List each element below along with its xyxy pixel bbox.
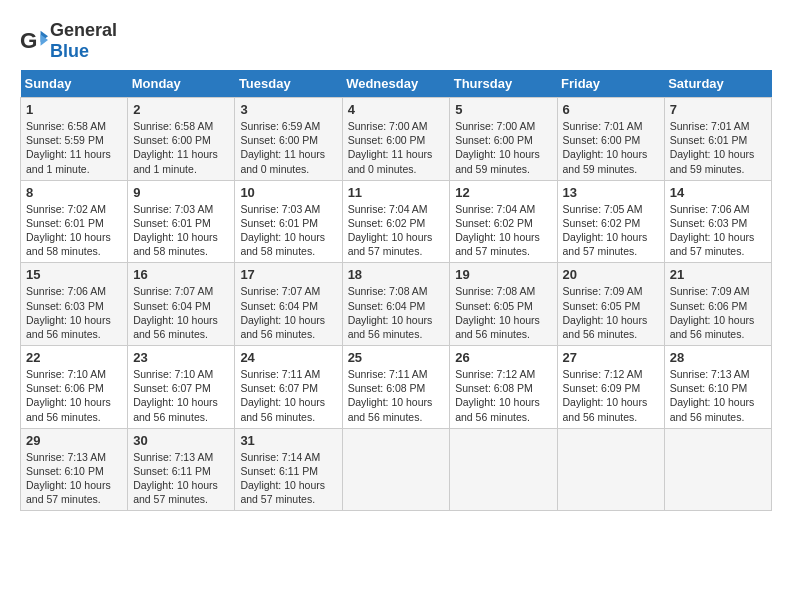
day-number: 10 bbox=[240, 185, 336, 200]
day-info: Sunrise: 7:12 AM Sunset: 6:08 PM Dayligh… bbox=[455, 367, 551, 424]
day-cell bbox=[342, 428, 450, 511]
day-number: 11 bbox=[348, 185, 445, 200]
day-cell: 4Sunrise: 7:00 AM Sunset: 6:00 PM Daylig… bbox=[342, 98, 450, 181]
day-number: 6 bbox=[563, 102, 659, 117]
page-header: G General Blue bbox=[20, 20, 772, 62]
day-number: 4 bbox=[348, 102, 445, 117]
week-row-2: 8Sunrise: 7:02 AM Sunset: 6:01 PM Daylig… bbox=[21, 180, 772, 263]
logo-general: General bbox=[50, 20, 117, 40]
day-number: 5 bbox=[455, 102, 551, 117]
day-cell: 27Sunrise: 7:12 AM Sunset: 6:09 PM Dayli… bbox=[557, 346, 664, 429]
day-number: 15 bbox=[26, 267, 122, 282]
svg-text:G: G bbox=[20, 28, 37, 53]
day-cell: 16Sunrise: 7:07 AM Sunset: 6:04 PM Dayli… bbox=[128, 263, 235, 346]
day-cell: 15Sunrise: 7:06 AM Sunset: 6:03 PM Dayli… bbox=[21, 263, 128, 346]
day-info: Sunrise: 7:00 AM Sunset: 6:00 PM Dayligh… bbox=[455, 119, 551, 176]
day-info: Sunrise: 7:07 AM Sunset: 6:04 PM Dayligh… bbox=[240, 284, 336, 341]
day-info: Sunrise: 7:09 AM Sunset: 6:06 PM Dayligh… bbox=[670, 284, 766, 341]
day-cell: 14Sunrise: 7:06 AM Sunset: 6:03 PM Dayli… bbox=[664, 180, 771, 263]
day-number: 18 bbox=[348, 267, 445, 282]
day-number: 30 bbox=[133, 433, 229, 448]
day-info: Sunrise: 7:00 AM Sunset: 6:00 PM Dayligh… bbox=[348, 119, 445, 176]
day-cell: 17Sunrise: 7:07 AM Sunset: 6:04 PM Dayli… bbox=[235, 263, 342, 346]
day-cell: 22Sunrise: 7:10 AM Sunset: 6:06 PM Dayli… bbox=[21, 346, 128, 429]
header-cell-sunday: Sunday bbox=[21, 70, 128, 98]
day-info: Sunrise: 7:13 AM Sunset: 6:10 PM Dayligh… bbox=[670, 367, 766, 424]
day-cell: 18Sunrise: 7:08 AM Sunset: 6:04 PM Dayli… bbox=[342, 263, 450, 346]
day-number: 21 bbox=[670, 267, 766, 282]
day-info: Sunrise: 7:08 AM Sunset: 6:04 PM Dayligh… bbox=[348, 284, 445, 341]
day-info: Sunrise: 7:06 AM Sunset: 6:03 PM Dayligh… bbox=[26, 284, 122, 341]
week-row-3: 15Sunrise: 7:06 AM Sunset: 6:03 PM Dayli… bbox=[21, 263, 772, 346]
day-info: Sunrise: 6:59 AM Sunset: 6:00 PM Dayligh… bbox=[240, 119, 336, 176]
header-cell-saturday: Saturday bbox=[664, 70, 771, 98]
day-cell: 25Sunrise: 7:11 AM Sunset: 6:08 PM Dayli… bbox=[342, 346, 450, 429]
day-cell: 29Sunrise: 7:13 AM Sunset: 6:10 PM Dayli… bbox=[21, 428, 128, 511]
day-number: 1 bbox=[26, 102, 122, 117]
day-info: Sunrise: 7:01 AM Sunset: 6:00 PM Dayligh… bbox=[563, 119, 659, 176]
day-number: 26 bbox=[455, 350, 551, 365]
day-cell: 21Sunrise: 7:09 AM Sunset: 6:06 PM Dayli… bbox=[664, 263, 771, 346]
day-cell: 20Sunrise: 7:09 AM Sunset: 6:05 PM Dayli… bbox=[557, 263, 664, 346]
day-cell: 2Sunrise: 6:58 AM Sunset: 6:00 PM Daylig… bbox=[128, 98, 235, 181]
day-info: Sunrise: 6:58 AM Sunset: 6:00 PM Dayligh… bbox=[133, 119, 229, 176]
day-info: Sunrise: 7:10 AM Sunset: 6:07 PM Dayligh… bbox=[133, 367, 229, 424]
day-cell bbox=[557, 428, 664, 511]
day-info: Sunrise: 6:58 AM Sunset: 5:59 PM Dayligh… bbox=[26, 119, 122, 176]
day-number: 13 bbox=[563, 185, 659, 200]
day-number: 27 bbox=[563, 350, 659, 365]
day-info: Sunrise: 7:06 AM Sunset: 6:03 PM Dayligh… bbox=[670, 202, 766, 259]
day-cell: 11Sunrise: 7:04 AM Sunset: 6:02 PM Dayli… bbox=[342, 180, 450, 263]
header-cell-tuesday: Tuesday bbox=[235, 70, 342, 98]
day-info: Sunrise: 7:04 AM Sunset: 6:02 PM Dayligh… bbox=[455, 202, 551, 259]
week-row-5: 29Sunrise: 7:13 AM Sunset: 6:10 PM Dayli… bbox=[21, 428, 772, 511]
week-row-4: 22Sunrise: 7:10 AM Sunset: 6:06 PM Dayli… bbox=[21, 346, 772, 429]
day-number: 20 bbox=[563, 267, 659, 282]
day-info: Sunrise: 7:08 AM Sunset: 6:05 PM Dayligh… bbox=[455, 284, 551, 341]
logo-blue: Blue bbox=[50, 41, 89, 61]
day-info: Sunrise: 7:13 AM Sunset: 6:10 PM Dayligh… bbox=[26, 450, 122, 507]
day-number: 7 bbox=[670, 102, 766, 117]
day-info: Sunrise: 7:05 AM Sunset: 6:02 PM Dayligh… bbox=[563, 202, 659, 259]
calendar-table: SundayMondayTuesdayWednesdayThursdayFrid… bbox=[20, 70, 772, 511]
day-cell: 8Sunrise: 7:02 AM Sunset: 6:01 PM Daylig… bbox=[21, 180, 128, 263]
day-info: Sunrise: 7:03 AM Sunset: 6:01 PM Dayligh… bbox=[240, 202, 336, 259]
day-cell: 3Sunrise: 6:59 AM Sunset: 6:00 PM Daylig… bbox=[235, 98, 342, 181]
day-cell: 5Sunrise: 7:00 AM Sunset: 6:00 PM Daylig… bbox=[450, 98, 557, 181]
day-cell: 12Sunrise: 7:04 AM Sunset: 6:02 PM Dayli… bbox=[450, 180, 557, 263]
day-info: Sunrise: 7:12 AM Sunset: 6:09 PM Dayligh… bbox=[563, 367, 659, 424]
day-cell: 6Sunrise: 7:01 AM Sunset: 6:00 PM Daylig… bbox=[557, 98, 664, 181]
week-row-1: 1Sunrise: 6:58 AM Sunset: 5:59 PM Daylig… bbox=[21, 98, 772, 181]
day-number: 29 bbox=[26, 433, 122, 448]
day-cell: 23Sunrise: 7:10 AM Sunset: 6:07 PM Dayli… bbox=[128, 346, 235, 429]
day-number: 24 bbox=[240, 350, 336, 365]
day-cell: 9Sunrise: 7:03 AM Sunset: 6:01 PM Daylig… bbox=[128, 180, 235, 263]
day-info: Sunrise: 7:14 AM Sunset: 6:11 PM Dayligh… bbox=[240, 450, 336, 507]
day-info: Sunrise: 7:04 AM Sunset: 6:02 PM Dayligh… bbox=[348, 202, 445, 259]
day-number: 19 bbox=[455, 267, 551, 282]
day-number: 2 bbox=[133, 102, 229, 117]
day-info: Sunrise: 7:13 AM Sunset: 6:11 PM Dayligh… bbox=[133, 450, 229, 507]
day-info: Sunrise: 7:10 AM Sunset: 6:06 PM Dayligh… bbox=[26, 367, 122, 424]
day-cell: 10Sunrise: 7:03 AM Sunset: 6:01 PM Dayli… bbox=[235, 180, 342, 263]
day-info: Sunrise: 7:03 AM Sunset: 6:01 PM Dayligh… bbox=[133, 202, 229, 259]
day-number: 16 bbox=[133, 267, 229, 282]
day-info: Sunrise: 7:11 AM Sunset: 6:08 PM Dayligh… bbox=[348, 367, 445, 424]
day-number: 22 bbox=[26, 350, 122, 365]
day-number: 28 bbox=[670, 350, 766, 365]
day-number: 9 bbox=[133, 185, 229, 200]
day-cell: 28Sunrise: 7:13 AM Sunset: 6:10 PM Dayli… bbox=[664, 346, 771, 429]
day-number: 17 bbox=[240, 267, 336, 282]
day-info: Sunrise: 7:09 AM Sunset: 6:05 PM Dayligh… bbox=[563, 284, 659, 341]
day-cell: 1Sunrise: 6:58 AM Sunset: 5:59 PM Daylig… bbox=[21, 98, 128, 181]
calendar-header: SundayMondayTuesdayWednesdayThursdayFrid… bbox=[21, 70, 772, 98]
logo-icon: G bbox=[20, 27, 48, 55]
day-cell: 7Sunrise: 7:01 AM Sunset: 6:01 PM Daylig… bbox=[664, 98, 771, 181]
day-number: 31 bbox=[240, 433, 336, 448]
day-info: Sunrise: 7:11 AM Sunset: 6:07 PM Dayligh… bbox=[240, 367, 336, 424]
day-cell: 24Sunrise: 7:11 AM Sunset: 6:07 PM Dayli… bbox=[235, 346, 342, 429]
header-cell-thursday: Thursday bbox=[450, 70, 557, 98]
header-cell-friday: Friday bbox=[557, 70, 664, 98]
day-cell: 31Sunrise: 7:14 AM Sunset: 6:11 PM Dayli… bbox=[235, 428, 342, 511]
day-number: 3 bbox=[240, 102, 336, 117]
